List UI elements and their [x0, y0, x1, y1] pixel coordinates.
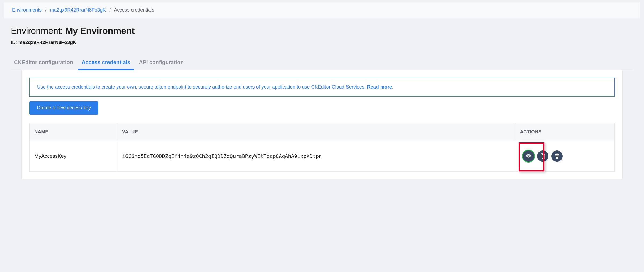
delete-key-button[interactable]	[551, 150, 563, 162]
page-title-prefix: Environment:	[11, 25, 65, 36]
create-access-key-button[interactable]: Create a new access key	[29, 101, 98, 115]
trash-icon	[554, 153, 560, 160]
view-key-button[interactable]	[523, 150, 534, 162]
table-row: MyAccessKey iGC6md5EcTG0DDZqEf4m4e9z0Ch2…	[30, 141, 615, 172]
read-more-link[interactable]: Read more	[367, 84, 392, 90]
info-box: Use the access credentials to create you…	[29, 78, 615, 97]
cell-actions	[515, 141, 614, 172]
tab-ckeditor-configuration[interactable]: CKEditor configuration	[13, 56, 74, 70]
info-period: .	[392, 84, 393, 90]
access-keys-table: NAME VALUE ACTIONS MyAccessKey iGC6md5Ec…	[29, 123, 615, 172]
tab-panel: Use the access credentials to create you…	[21, 70, 623, 179]
page-title-name: My Environment	[65, 25, 134, 36]
breadcrumb-separator: /	[45, 7, 46, 13]
breadcrumb: Environments / ma2qx9R42RrarN8Fo3gK / Ac…	[4, 2, 640, 18]
environment-id: ID: ma2qx9R42RrarN8Fo3gK	[11, 40, 633, 45]
page-header: Environment: My Environment ID: ma2qx9R4…	[0, 18, 644, 48]
eye-icon	[526, 153, 531, 160]
page-title: Environment: My Environment	[11, 25, 633, 36]
breadcrumb-environments-link[interactable]: Environments	[12, 7, 42, 13]
table-header-actions: ACTIONS	[515, 123, 614, 141]
cell-key-value: iGC6md5EcTG0DDZqEf4m4e9z0Ch2gIQDDZqQuraB…	[117, 141, 515, 172]
table-header-value: VALUE	[117, 123, 515, 141]
cell-key-name: MyAccessKey	[30, 141, 117, 172]
environment-id-label: ID:	[11, 40, 18, 45]
environment-id-value: ma2qx9R42RrarN8Fo3gK	[18, 40, 76, 45]
tab-access-credentials[interactable]: Access credentials	[81, 56, 131, 70]
copy-icon	[540, 153, 546, 160]
breadcrumb-environment-id-link[interactable]: ma2qx9R42RrarN8Fo3gK	[50, 7, 106, 13]
tab-api-configuration[interactable]: API configuration	[138, 56, 184, 70]
info-text: Use the access credentials to create you…	[37, 84, 367, 90]
copy-key-button[interactable]	[537, 150, 548, 162]
breadcrumb-current: Access credentials	[114, 7, 154, 13]
tabs: CKEditor configuration Access credential…	[11, 56, 633, 70]
breadcrumb-separator: /	[109, 7, 111, 13]
table-header-name: NAME	[30, 123, 117, 141]
